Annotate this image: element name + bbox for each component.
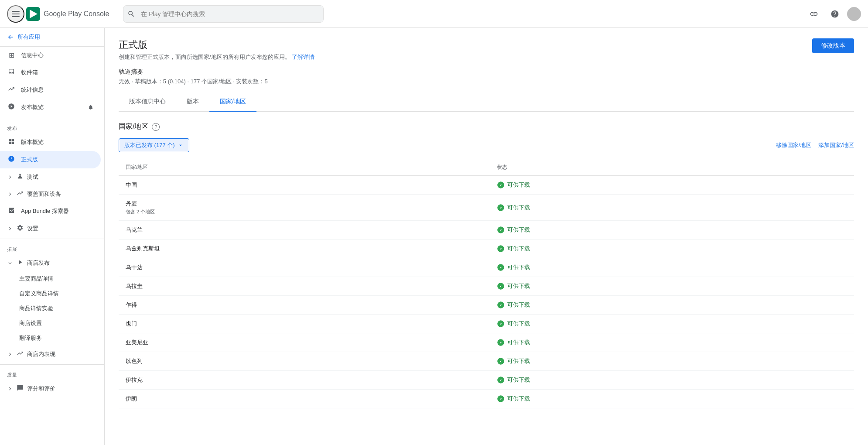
release-icon — [7, 155, 16, 164]
country-name: 乌兹别克斯坦 — [126, 245, 483, 253]
sidebar-item-settings[interactable]: 设置 — [0, 220, 104, 237]
country-name: 乌拉圭 — [126, 282, 483, 290]
status-label: 可供下载 — [507, 376, 530, 384]
sidebar-item-store-performance[interactable]: 商店内表现 — [0, 346, 104, 363]
sidebar-sub-translate[interactable]: 翻译服务 — [0, 331, 104, 346]
sidebar-item-screen-devices[interactable]: 覆盖面和设备 — [0, 185, 104, 202]
sidebar-item-inbox[interactable]: 收件箱 — [0, 64, 101, 81]
table-row: 丹麦包含 2 个地区 可供下载 — [119, 195, 854, 221]
search-icon — [127, 10, 135, 18]
sidebar-item-app-bundle[interactable]: App Bundle 探索器 — [0, 202, 101, 220]
check-circle-icon — [497, 357, 505, 365]
country-cell: 以色列 — [119, 352, 490, 371]
add-countries-link[interactable]: 添加国家/地区 — [818, 141, 854, 149]
avatar[interactable] — [847, 7, 861, 21]
check-circle-icon — [497, 376, 505, 384]
table-row: 乌克兰 可供下载 — [119, 221, 854, 240]
inbox-icon — [7, 68, 16, 77]
sidebar-sub-store-settings[interactable]: 商店设置 — [0, 316, 104, 331]
link-icon-button[interactable] — [805, 5, 823, 23]
countries-section-title: 国家/地区 — [119, 122, 148, 131]
sidebar-item-publish-overview[interactable]: 发布概览 — [0, 99, 101, 116]
status-cell: 可供下载 — [490, 390, 854, 408]
sidebar-item-store-publish[interactable]: 商店发布 — [0, 254, 104, 271]
help-icon[interactable]: ? — [152, 123, 160, 131]
status-label: 可供下载 — [507, 339, 530, 346]
status-available: 可供下载 — [497, 264, 847, 271]
back-to-apps[interactable]: 所有应用 — [0, 28, 104, 47]
expand-icon — [7, 174, 13, 180]
sidebar-item-label: 收件箱 — [21, 68, 38, 76]
country-cell: 乌干达 — [119, 258, 490, 277]
country-cell: 乌拉圭 — [119, 277, 490, 296]
search-box — [123, 5, 324, 23]
status-available: 可供下载 — [497, 245, 847, 253]
status-label: 可供下载 — [507, 282, 530, 290]
sidebar-item-dashboard[interactable]: ⊞ 信息中心 — [0, 47, 101, 64]
tab-versions[interactable]: 版本 — [176, 92, 209, 112]
status-cell: 可供下载 — [490, 176, 854, 195]
filter-label: 版本已发布 (177 个) — [124, 141, 175, 149]
ratings-icon — [17, 384, 24, 393]
status-available: 可供下载 — [497, 282, 847, 290]
notification-icon — [88, 104, 94, 110]
top-bar-right — [805, 5, 861, 23]
col-country: 国家/地区 — [119, 159, 490, 176]
svg-rect-1 — [12, 14, 20, 14]
filter-button[interactable]: 版本已发布 (177 个) — [119, 138, 189, 152]
country-cell: 丹麦包含 2 个地区 — [119, 195, 490, 221]
section-expand: 拓展 — [0, 243, 104, 254]
sidebar-item-version-overview[interactable]: 版本概览 — [0, 134, 101, 151]
country-name: 乌干达 — [126, 264, 483, 271]
sidebar-item-label: 评分和评价 — [27, 385, 55, 393]
status-cell: 可供下载 — [490, 277, 854, 296]
screen-icon — [17, 190, 24, 198]
tab-version-info[interactable]: 版本信息中心 — [119, 92, 176, 112]
filter-row: 版本已发布 (177 个) 移除国家/地区 添加国家/地区 — [119, 138, 854, 152]
check-circle-icon — [497, 339, 505, 346]
check-circle-icon — [497, 245, 505, 253]
table-row: 乌兹别克斯坦 可供下载 — [119, 240, 854, 258]
play-console-logo — [26, 7, 40, 21]
status-cell: 可供下载 — [490, 371, 854, 390]
learn-more-link[interactable]: 了解详情 — [292, 54, 314, 60]
sidebar-sub-main-details[interactable]: 主要商品详情 — [0, 271, 104, 286]
sidebar-item-ratings[interactable]: 评分和评价 — [0, 380, 104, 397]
sidebar-sub-custom-details[interactable]: 自定义商品详情 — [0, 286, 104, 301]
sidebar-item-release[interactable]: 正式版 — [0, 151, 101, 168]
sidebar-item-stats[interactable]: 统计信息 — [0, 81, 101, 99]
version-overview-icon — [7, 138, 16, 147]
status-available: 可供下载 — [497, 339, 847, 346]
expand-icon4 — [7, 260, 13, 266]
search-input[interactable] — [123, 5, 324, 23]
hamburger-button[interactable] — [7, 5, 24, 23]
expand-icon5 — [7, 351, 13, 357]
track-summary-info: 无效 · 草稿版本：5 (0.104) · 177 个国家/地区 · 安装次数：… — [119, 78, 854, 86]
check-circle-icon — [497, 264, 505, 271]
remove-countries-link[interactable]: 移除国家/地区 — [776, 141, 812, 149]
sidebar-item-label: 信息中心 — [21, 51, 44, 59]
country-table: 国家/地区 状态 中国 可供下载 丹麦包含 2 个地区 可供下载 乌克兰 — [119, 159, 854, 408]
sidebar-item-label: 设置 — [27, 225, 38, 233]
table-row: 乍得 可供下载 — [119, 296, 854, 315]
status-cell: 可供下载 — [490, 240, 854, 258]
tab-countries[interactable]: 国家/地区 — [209, 92, 256, 112]
sidebar-sub-details-experiment[interactable]: 商品详情实验 — [0, 301, 104, 316]
country-cell: 亚美尼亚 — [119, 333, 490, 352]
sidebar-item-label: 测试 — [27, 173, 38, 181]
status-cell: 可供下载 — [490, 352, 854, 371]
page-title: 正式版 — [119, 38, 314, 51]
check-circle-icon — [497, 320, 505, 328]
top-bar: Google Play Console — [0, 0, 868, 28]
section-quality: 质量 — [0, 368, 104, 380]
section-header: 国家/地区 ? — [119, 122, 854, 131]
help-icon-button[interactable] — [826, 5, 844, 23]
status-label: 可供下载 — [507, 264, 530, 271]
status-available: 可供下载 — [497, 376, 847, 384]
logo-area: Google Play Console — [26, 7, 109, 21]
country-name: 中国 — [126, 181, 483, 189]
store-icon — [17, 259, 24, 267]
track-summary-title: 轨道摘要 — [119, 68, 854, 76]
sidebar-item-test[interactable]: 测试 — [0, 168, 104, 185]
edit-button[interactable]: 修改版本 — [812, 38, 854, 53]
